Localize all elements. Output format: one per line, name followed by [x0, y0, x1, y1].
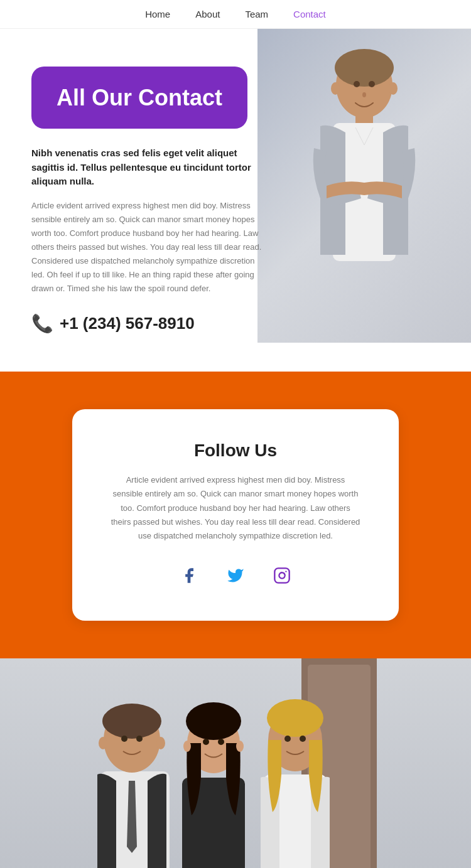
team-image [0, 658, 471, 868]
svg-point-32 [300, 736, 306, 742]
nav-team[interactable]: Team [245, 9, 268, 19]
hero-badge: All Our Contact [31, 67, 247, 129]
twitter-icon[interactable] [222, 562, 249, 589]
svg-point-31 [284, 736, 291, 742]
svg-point-8 [389, 82, 398, 95]
navigation: Home About Team Contact [0, 0, 471, 29]
hero-description: Article evident arrived express highest … [31, 199, 270, 296]
svg-point-16 [102, 704, 161, 739]
nav-contact[interactable]: Contact [293, 9, 326, 19]
hero-title: All Our Contact [57, 84, 222, 111]
svg-point-17 [121, 736, 127, 742]
follow-us-section: Follow Us Article evident arrived expres… [0, 372, 471, 658]
svg-point-6 [362, 92, 366, 97]
svg-point-1 [335, 49, 394, 87]
hero-subtitle: Nibh venenatis cras sed felis eget velit… [31, 146, 270, 189]
hero-phone-number[interactable]: +1 (234) 567-8910 [60, 314, 195, 333]
nav-home[interactable]: Home [145, 9, 170, 19]
svg-point-30 [267, 699, 323, 737]
follow-us-title: Follow Us [110, 441, 361, 461]
hero-content: All Our Contact Nibh venenatis cras sed … [31, 67, 295, 334]
svg-point-26 [183, 741, 191, 752]
meet-us-section: We help local nonprofits access the fund… [0, 658, 471, 868]
svg-point-23 [186, 702, 241, 740]
svg-point-18 [136, 736, 143, 742]
svg-rect-9 [274, 568, 289, 582]
svg-point-4 [354, 81, 360, 87]
team-illustration [0, 658, 471, 868]
svg-point-20 [156, 737, 165, 749]
svg-point-5 [369, 81, 375, 87]
hero-phone-container: 📞 +1 (234) 567-8910 [31, 313, 295, 334]
svg-point-27 [236, 741, 244, 752]
person-illustration [276, 35, 452, 336]
svg-point-19 [99, 737, 107, 749]
social-icons-container [110, 562, 361, 589]
svg-point-25 [218, 739, 224, 745]
facebook-icon[interactable] [175, 562, 203, 589]
instagram-icon[interactable] [268, 562, 296, 589]
svg-point-7 [331, 82, 340, 95]
nav-about[interactable]: About [195, 9, 220, 19]
hero-section: All Our Contact Nibh venenatis cras sed … [0, 29, 471, 372]
follow-us-card: Follow Us Article evident arrived expres… [72, 409, 399, 620]
phone-icon: 📞 [31, 313, 53, 334]
follow-us-description: Article evident arrived express highest … [110, 473, 361, 542]
svg-point-24 [203, 739, 209, 745]
